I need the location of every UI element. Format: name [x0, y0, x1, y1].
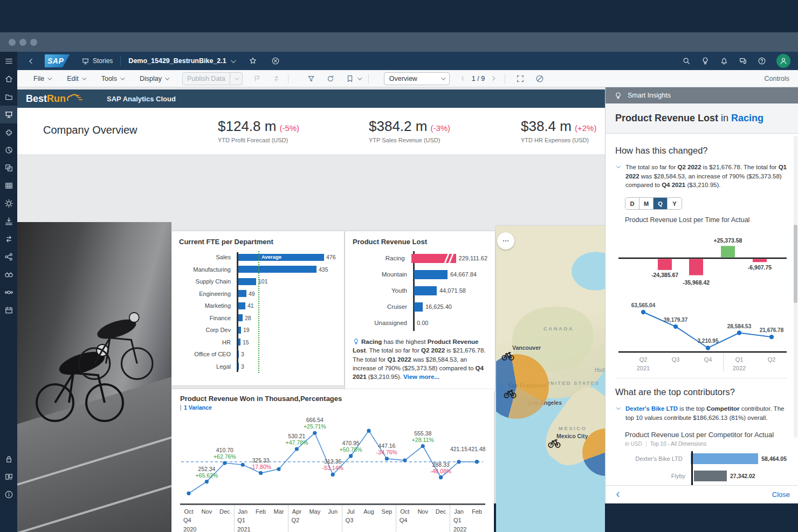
bar[interactable]: [238, 338, 240, 346]
bar[interactable]: [238, 327, 241, 334]
sidebar-item-apps[interactable]: [0, 159, 17, 177]
sidebar-item-share[interactable]: [0, 248, 17, 266]
insight-link[interactable]: View more...: [403, 374, 439, 380]
revenue-lost-card[interactable]: Product Revenue Lost Racing229,111.62Mou…: [345, 231, 495, 393]
sidebar-item-explore[interactable]: [0, 266, 17, 284]
dimension-link[interactable]: Racing: [731, 113, 763, 124]
toggle-Q[interactable]: Q: [653, 198, 668, 209]
sidebar-item-settings[interactable]: [0, 195, 17, 212]
bar-row[interactable]: Mountain64,667.84: [353, 266, 487, 282]
bar[interactable]: [238, 314, 243, 321]
controls-label[interactable]: Controls: [764, 75, 789, 82]
help-icon[interactable]: [758, 57, 766, 65]
sidebar-item-calendar[interactable]: [0, 301, 17, 319]
sidebar-item-lock[interactable]: [0, 450, 17, 468]
toggle-D[interactable]: D: [625, 198, 639, 209]
bar-row[interactable]: Engineering49: [179, 288, 336, 300]
sidebar-item-info[interactable]: [0, 486, 17, 503]
sidebar-item-boardroom[interactable]: [0, 141, 17, 159]
kpi-profit[interactable]: $124.8 m(-5%) YTD Profit Forecast (USD): [218, 118, 347, 143]
refresh-icon[interactable]: [326, 74, 335, 83]
collapse-panel-icon[interactable]: [614, 490, 622, 499]
close-document-icon[interactable]: [271, 57, 280, 65]
bar-row[interactable]: Dexter's Bike LTD58,464.05: [615, 450, 787, 467]
menu-display[interactable]: Display: [140, 75, 168, 82]
discussion-icon[interactable]: [739, 57, 747, 65]
kpi-sales[interactable]: $384.2 m(-3%) YTP Sales Revenue (USD): [369, 118, 498, 143]
compare-arrows-icon[interactable]: [272, 74, 280, 82]
back-icon[interactable]: [27, 57, 35, 65]
toggle-M[interactable]: M: [639, 198, 653, 209]
document-tab[interactable]: Demo_15429_BestrunBike_2.1: [128, 57, 234, 65]
disable-interaction-icon[interactable]: [535, 74, 544, 83]
sidebar-item-system[interactable]: [0, 468, 17, 486]
close-button[interactable]: Close: [772, 490, 790, 499]
bar[interactable]: [238, 302, 245, 309]
menu-tools[interactable]: Tools: [101, 75, 123, 82]
bar-row[interactable]: Finance28: [179, 312, 336, 324]
prev-page-icon[interactable]: [459, 75, 466, 82]
bar-row[interactable]: Manufacturing435: [179, 264, 336, 276]
vertical-scrollbar[interactable]: [794, 136, 797, 438]
bar-row[interactable]: Unassigned0.00: [353, 315, 487, 331]
sidebar-item-datasets[interactable]: [0, 177, 17, 195]
fte-chart-card[interactable]: Current FTE per Department Sales476Manuf…: [171, 231, 344, 385]
bar[interactable]: [694, 471, 727, 481]
geo-map-card[interactable]: Huds CANADA UNITED STATES MEXICO Vancouv…: [496, 226, 605, 532]
bar[interactable]: [411, 254, 456, 263]
bar-row[interactable]: Office of CEO3: [179, 348, 336, 361]
filter-icon[interactable]: [307, 74, 315, 83]
page-selector[interactable]: Overview: [384, 72, 450, 85]
menu-edit[interactable]: Edit: [67, 75, 85, 82]
collapse-icon[interactable]: [615, 405, 622, 422]
sidebar-item-stories[interactable]: [0, 106, 17, 123]
sidebar-item-files[interactable]: [0, 88, 17, 106]
toggle-Y[interactable]: Y: [668, 198, 682, 209]
legend-label[interactable]: 1 Variance: [184, 404, 212, 411]
bar-row[interactable]: Supply Chain101: [179, 275, 336, 288]
bar-row[interactable]: Racing229,111.62: [353, 250, 487, 266]
send-icon[interactable]: [253, 74, 262, 82]
bar-row[interactable]: Legal3: [179, 361, 336, 373]
fullscreen-icon[interactable]: [516, 74, 525, 83]
bar-row[interactable]: Sales476: [179, 251, 336, 264]
next-page-icon[interactable]: [490, 75, 497, 82]
insight-link[interactable]: Dexter's Bike LTD: [625, 405, 678, 412]
publish-data-button[interactable]: Publish Data: [182, 72, 243, 85]
stories-nav[interactable]: Stories: [81, 57, 113, 65]
bar-row[interactable]: Flyby27,342.02: [615, 467, 787, 485]
sidebar-item-home[interactable]: [0, 70, 17, 88]
notifications-icon[interactable]: [720, 57, 728, 65]
bar-row[interactable]: Corp Dev19: [179, 324, 336, 336]
search-icon[interactable]: [682, 57, 691, 65]
bar-row[interactable]: HR15: [179, 336, 336, 349]
bar[interactable]: [238, 278, 256, 285]
bar[interactable]: [414, 286, 437, 295]
bar[interactable]: [691, 453, 758, 464]
favorite-star-icon[interactable]: [249, 57, 257, 65]
collapse-icon[interactable]: [615, 164, 622, 190]
profile-avatar[interactable]: [776, 54, 790, 68]
sidebar-item-dataimport[interactable]: [0, 212, 17, 230]
map-more-button[interactable]: [497, 232, 514, 250]
bar[interactable]: [414, 270, 448, 279]
chevron-down-icon[interactable]: [357, 75, 362, 80]
bar-row[interactable]: Cruiser16,625.40: [353, 299, 487, 315]
sidebar-item-menu[interactable]: [0, 52, 17, 70]
scrollbar-thumb[interactable]: [794, 225, 797, 303]
lightbulb-icon[interactable]: [701, 57, 710, 65]
bookmark-icon[interactable]: [346, 74, 354, 83]
bar-row[interactable]: Youth44,071.58: [353, 282, 487, 299]
bike-marker-icon[interactable]: [501, 349, 514, 362]
sidebar-item-builder[interactable]: [0, 123, 17, 141]
menu-file[interactable]: File: [33, 75, 51, 82]
sidebar-item-processes[interactable]: [0, 284, 17, 301]
bar[interactable]: [238, 266, 317, 273]
sidebar-item-transport[interactable]: [0, 230, 17, 248]
bar[interactable]: [414, 302, 423, 312]
revenue-won-card[interactable]: Product Revenue Won in Thousand,Percenta…: [171, 389, 494, 532]
bike-marker-icon[interactable]: [504, 386, 517, 399]
bar-row[interactable]: Marketing41: [179, 300, 336, 312]
bar[interactable]: [238, 290, 246, 297]
bike-marker-icon[interactable]: [548, 436, 561, 449]
